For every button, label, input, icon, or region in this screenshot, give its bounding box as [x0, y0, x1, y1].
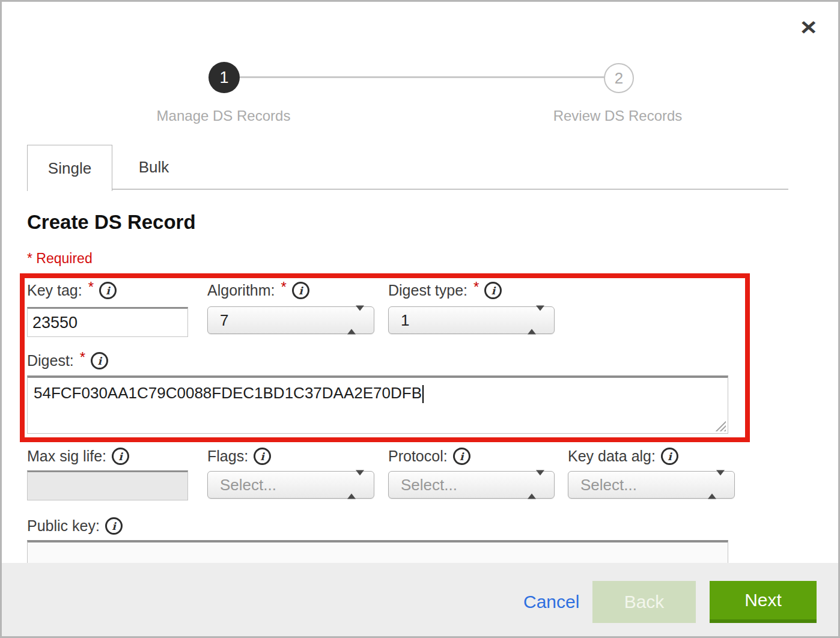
flags-label-text: Flags: — [207, 448, 248, 465]
info-icon[interactable]: i — [453, 448, 470, 465]
text-cursor — [422, 385, 424, 403]
select-arrows-icon — [528, 476, 544, 494]
step-2-circle: 2 — [604, 63, 634, 93]
close-icon[interactable]: × — [800, 16, 817, 38]
required-asterisk: * — [80, 349, 85, 366]
digest-type-select-value: 1 — [401, 311, 409, 330]
arrow-up-icon — [347, 476, 356, 499]
required-asterisk: * — [88, 279, 94, 296]
info-icon[interactable]: i — [112, 448, 129, 465]
select-arrows-icon — [347, 476, 364, 494]
arrow-down-icon — [536, 306, 544, 329]
info-icon[interactable]: i — [292, 282, 309, 299]
back-button[interactable]: Back — [592, 581, 696, 623]
select-arrows-icon — [528, 311, 544, 330]
key-data-alg-label: Key data alg: i — [568, 448, 678, 465]
arrow-up-icon — [528, 476, 536, 499]
digest-textarea[interactable]: 54FCF030AA1C79C0088FDEC1BD1C37DAA2E70DFB — [27, 375, 728, 434]
public-key-label: Public key: i — [27, 517, 123, 535]
max-sig-life-label: Max sig life: i — [27, 448, 129, 465]
create-ds-record-dialog: × 1 2 Manage DS Records Review DS Record… — [0, 0, 840, 638]
digest-label: Digest: * i — [27, 352, 108, 369]
resize-handle-icon[interactable] — [715, 421, 726, 431]
protocol-label-text: Protocol: — [388, 448, 448, 465]
cancel-link[interactable]: Cancel — [523, 581, 579, 623]
tab-bulk[interactable]: Bulk — [112, 145, 196, 189]
algorithm-label-text: Algorithm: — [207, 282, 275, 299]
key-tag-label-text: Key tag: — [27, 282, 82, 299]
key-data-alg-select[interactable]: Select... — [568, 471, 735, 499]
digest-type-label: Digest type: * i — [388, 282, 502, 299]
digest-label-text: Digest: — [27, 352, 74, 369]
page-title: Create DS Record — [27, 211, 196, 234]
info-icon[interactable]: i — [99, 282, 117, 299]
key-tag-input[interactable] — [27, 307, 188, 337]
required-asterisk: * — [281, 279, 287, 296]
arrow-down-icon — [716, 470, 725, 494]
digest-value: 54FCF030AA1C79C0088FDEC1BD1C37DAA2E70DFB — [34, 384, 422, 402]
select-arrows-icon — [347, 311, 364, 330]
key-tag-label: Key tag: * i — [27, 282, 117, 299]
public-key-label-text: Public key: — [27, 517, 100, 535]
tab-single[interactable]: Single — [27, 145, 112, 191]
step-1-circle: 1 — [208, 62, 240, 93]
flags-select[interactable]: Select... — [207, 471, 374, 499]
flags-label: Flags: i — [207, 448, 271, 465]
info-icon[interactable]: i — [91, 352, 108, 369]
protocol-label: Protocol: i — [388, 448, 470, 465]
arrow-up-icon — [347, 311, 356, 335]
dialog-footer: Cancel Back Next — [2, 563, 838, 636]
select-arrows-icon — [708, 476, 725, 494]
max-sig-life-label-text: Max sig life: — [27, 448, 106, 465]
key-data-alg-select-placeholder: Select... — [580, 476, 637, 494]
key-data-alg-label-text: Key data alg: — [568, 448, 656, 465]
next-button[interactable]: Next — [710, 581, 817, 623]
protocol-select-placeholder: Select... — [401, 476, 457, 494]
algorithm-select[interactable]: 7 — [207, 306, 374, 334]
arrow-up-icon — [528, 311, 536, 335]
flags-select-placeholder: Select... — [220, 476, 276, 494]
digest-type-select[interactable]: 1 — [388, 306, 555, 334]
info-icon[interactable]: i — [105, 517, 123, 535]
info-icon[interactable]: i — [254, 448, 271, 465]
algorithm-select-value: 7 — [220, 311, 228, 330]
protocol-select[interactable]: Select... — [388, 471, 555, 499]
required-note: * Required — [27, 251, 93, 267]
max-sig-life-input[interactable] — [27, 470, 188, 500]
step-1-label: Manage DS Records — [103, 108, 344, 124]
algorithm-label: Algorithm: * i — [207, 282, 309, 299]
required-asterisk: * — [473, 279, 479, 296]
step-2-label: Review DS Records — [498, 108, 738, 124]
stepper-connector-line — [240, 76, 605, 78]
arrow-down-icon — [356, 306, 364, 329]
digest-type-label-text: Digest type: — [388, 282, 467, 299]
arrow-down-icon — [356, 470, 364, 494]
arrow-down-icon — [536, 470, 544, 494]
info-icon[interactable]: i — [484, 282, 502, 299]
arrow-up-icon — [708, 476, 716, 499]
info-icon[interactable]: i — [661, 448, 678, 465]
